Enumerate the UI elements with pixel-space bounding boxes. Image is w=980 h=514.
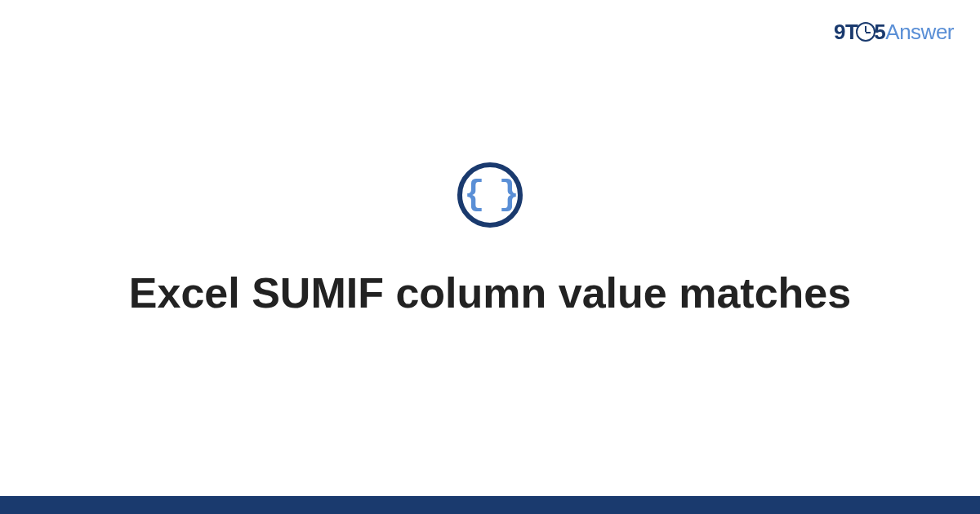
category-icon-circle: { } [457,162,523,228]
main-content: { } Excel SUMIF column value matches [0,0,980,514]
site-logo: 9T5Answer [834,20,954,45]
clock-icon [856,22,875,42]
page-title: Excel SUMIF column value matches [129,267,851,320]
logo-text-5: 5 [874,20,885,44]
logo-text-9t: 9T [834,20,858,44]
code-braces-icon: { } [464,178,516,212]
logo-text-answer: Answer [885,20,954,44]
bottom-accent-bar [0,496,980,514]
